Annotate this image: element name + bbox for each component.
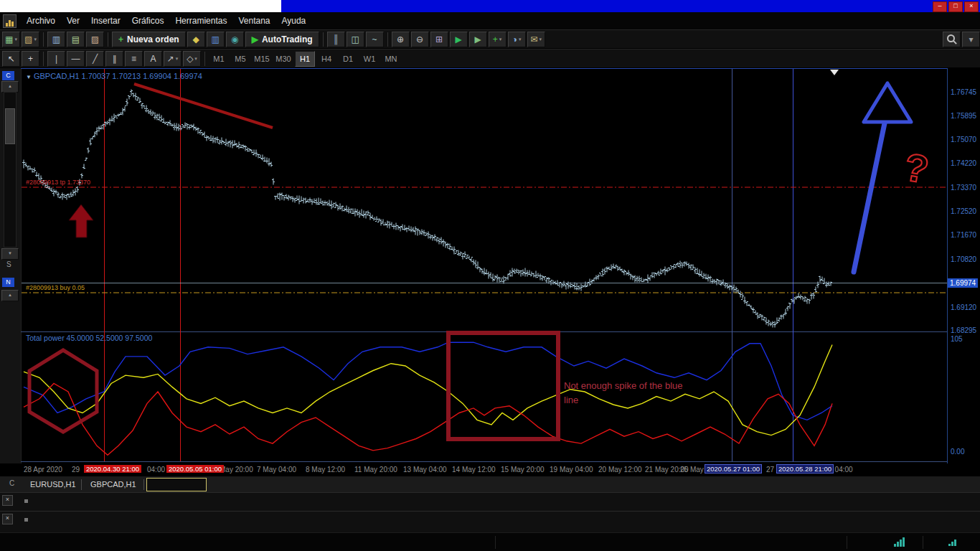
profiles-button[interactable]: ▧▾	[22, 32, 39, 47]
menu-item-grficos[interactable]: Gráficos	[126, 14, 170, 28]
time-label: 13 May 04:00	[403, 466, 447, 474]
add-indicator-button[interactable]: +▾	[489, 32, 507, 47]
text-tool[interactable]: A	[144, 51, 162, 67]
alerts-button-caret-icon: ▾	[539, 37, 542, 42]
candle-chart-mode-button-icon: ◫	[351, 35, 359, 44]
indicator-scale-min: 0.00	[951, 448, 964, 456]
crosshair-tool[interactable]: +	[22, 51, 39, 67]
big-arrow-shaft[interactable]	[854, 123, 885, 272]
period-button[interactable]: ◑▾	[508, 32, 526, 47]
timeframe-h4[interactable]: H4	[316, 51, 336, 67]
timeframe-m30[interactable]: M30	[273, 51, 293, 67]
strategy-tester-button-icon: ▥	[212, 35, 220, 44]
tester-visual-button[interactable]: ▶	[469, 32, 487, 47]
menu-item-herramientas[interactable]: Herramientas	[169, 14, 232, 28]
tester-visual-button-icon: ▶	[474, 35, 481, 44]
alerts-button[interactable]: ✉▾	[527, 32, 545, 47]
dock-badge-chart[interactable]: C	[2, 71, 14, 80]
dock-scroll-up-icon[interactable]: ▲	[1, 81, 19, 93]
close-icon[interactable]: ×	[2, 514, 13, 524]
price-label: 1.75895	[951, 112, 976, 120]
menu-item-insertar[interactable]: Insertar	[85, 14, 126, 28]
shift-marker-icon[interactable]	[830, 70, 839, 75]
timeframe-d1[interactable]: D1	[338, 51, 358, 67]
horizontal-line-tool[interactable]: —	[67, 51, 85, 67]
taskbar	[0, 532, 980, 551]
profiles-button-caret-icon: ▾	[34, 37, 37, 42]
time-label: 19 May 04:00	[550, 466, 593, 474]
maximize-button[interactable]: □	[948, 1, 963, 12]
panel-grip-icon	[24, 499, 28, 503]
menu-item-archivo[interactable]: Archivo	[21, 14, 61, 28]
minimize-button[interactable]: –	[933, 1, 947, 12]
fibonacci-tool-icon: ≡	[131, 55, 136, 63]
tab-divider	[143, 479, 144, 490]
timeframe-m15[interactable]: M15	[252, 51, 272, 67]
autotrading-button[interactable]: ▶AutoTrading	[245, 32, 319, 47]
hexagon-annotation[interactable]	[29, 350, 97, 432]
horizontal-line-tool-icon: —	[72, 55, 80, 63]
chart-tabs-bar: C EURUSD,H1 GBPCAD,H1	[0, 476, 980, 493]
rectangle-annotation[interactable]	[448, 333, 558, 439]
fibonacci-tool[interactable]: ≡	[125, 51, 143, 67]
market-watch-button[interactable]: ▥	[47, 32, 65, 47]
shapes-tool[interactable]: ◇▾	[183, 51, 201, 67]
dock-scroll-down-icon[interactable]: ▼	[1, 248, 19, 260]
metaeditor-button[interactable]: ◆	[187, 32, 205, 47]
vertical-line-tool[interactable]: |	[47, 51, 65, 67]
time-label: 29	[72, 466, 80, 474]
zoom-in-button[interactable]: ⊕	[392, 32, 410, 47]
dock-scrollbar-thumb[interactable]	[5, 108, 15, 144]
channel-tool[interactable]: ∥	[105, 51, 123, 67]
dock-scroll-up2-icon[interactable]: ▲	[1, 290, 19, 301]
timeframe-h1[interactable]: H1	[295, 51, 315, 67]
chart-canvas[interactable]: ?	[21, 68, 948, 463]
new-chart-button[interactable]: ▦▾	[2, 32, 20, 47]
price-scale: 1.767451.758951.750701.742201.733701.725…	[948, 68, 980, 463]
tester-start-button[interactable]: ▶	[450, 32, 468, 47]
time-label: 8 May 12:00	[306, 466, 345, 474]
arrows-tool[interactable]: ↗▾	[164, 51, 182, 67]
signal-bars-icon	[894, 537, 905, 547]
big-arrow-head[interactable]	[864, 83, 911, 122]
line-chart-mode-button-icon: ~	[372, 35, 377, 44]
zoom-out-button[interactable]: ⊖	[411, 32, 429, 47]
toolbar-separator	[43, 52, 44, 66]
price-label: 1.73370	[951, 184, 976, 192]
strategy-tester-button[interactable]: ▥	[207, 32, 225, 47]
cursor-tool-icon: ↖	[7, 55, 14, 63]
tile-windows-button[interactable]: ⊞	[430, 32, 448, 47]
navigator-button[interactable]: ▤	[67, 32, 85, 47]
close-icon[interactable]: ×	[2, 495, 13, 506]
timeframe-mn[interactable]: MN	[381, 51, 401, 67]
menu-item-ver[interactable]: Ver	[61, 14, 85, 28]
search-button[interactable]	[943, 32, 961, 47]
menu-item-ayuda[interactable]: Ayuda	[275, 14, 311, 28]
trendline-tool[interactable]: ╱	[86, 51, 104, 67]
new-order-button[interactable]: +Nueva orden	[112, 32, 186, 47]
cursor-tool[interactable]: ↖	[2, 51, 20, 67]
vertical-line-tool-icon: |	[55, 55, 57, 63]
timeframe-m1[interactable]: M1	[209, 51, 229, 67]
bar-chart-mode-button[interactable]: ║	[327, 32, 345, 47]
price-label: 1.72520	[951, 207, 976, 215]
shapes-tool-icon: ◇	[187, 55, 193, 63]
community-button[interactable]: ◉	[226, 32, 244, 47]
dock-badge-navigator[interactable]: N	[2, 278, 14, 287]
tab-rename-input[interactable]	[146, 478, 207, 491]
timeframe-w1[interactable]: W1	[359, 51, 380, 67]
menu-item-ventana[interactable]: Ventana	[232, 14, 275, 28]
close-button[interactable]: ×	[964, 1, 979, 12]
toolbar-more-button[interactable]: ▾	[962, 32, 980, 47]
dock-scrollbar[interactable]	[4, 92, 17, 248]
terminal-button[interactable]: ▨	[86, 32, 104, 47]
up-arrow-annotation[interactable]	[69, 204, 93, 237]
line-chart-mode-button[interactable]: ~	[366, 32, 384, 47]
indicator-line-yellow	[24, 345, 832, 435]
timeframe-m5[interactable]: M5	[230, 51, 250, 67]
tab-gbpcad-h1[interactable]: GBPCAD,H1	[85, 479, 142, 490]
candle-chart-mode-button[interactable]: ◫	[347, 32, 364, 47]
tab-eurusd-h1[interactable]: EURUSD,H1	[24, 479, 82, 490]
trendline-annotation[interactable]	[134, 84, 273, 128]
toolbar-more-button-icon: ▾	[969, 35, 973, 44]
